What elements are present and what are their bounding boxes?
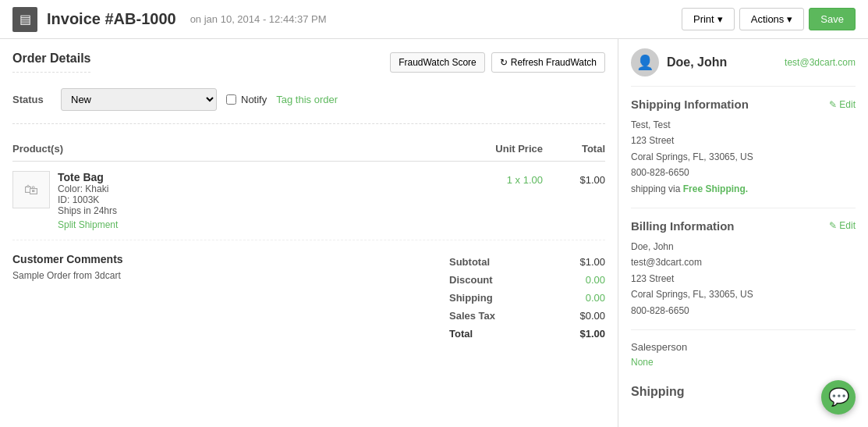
discount-value: 0.00	[558, 274, 605, 286]
refresh-fraud-button[interactable]: ↻ Refresh FraudWatch	[491, 52, 605, 73]
shipping-value: 0.00	[558, 292, 605, 304]
salesperson-title: Salesperson	[631, 341, 856, 353]
billing-line1: Doe, John	[631, 239, 856, 254]
shipping-method: Free Shipping.	[683, 183, 748, 194]
shipping-address: Test, Test 123 Street Coral Springs, FL,…	[631, 117, 856, 197]
product-row: 🛍 Tote Bag Color: Khaki ID: 1003K Ships …	[12, 162, 605, 240]
billing-line2: test@3dcart.com	[631, 254, 856, 270]
sales-tax-value: $0.00	[558, 310, 605, 322]
product-id: ID: 1003K	[58, 194, 465, 205]
shipping-line1: Test, Test	[631, 117, 856, 133]
left-panel: Order Details FraudWatch Score ↻ Refresh…	[0, 39, 618, 427]
customer-comments: Customer Comments Sample Order from 3dca…	[12, 253, 437, 343]
invoice-title: Invoice #AB-1000	[47, 10, 176, 28]
save-button[interactable]: Save	[809, 8, 856, 30]
order-details-title: Order Details	[12, 52, 90, 73]
billing-address: Doe, John test@3dcart.com 123 Street Cor…	[631, 239, 856, 318]
pencil-icon-2: ✎	[829, 220, 837, 231]
totals-section: Subtotal $1.00 Discount 0.00 Shipping 0.…	[449, 253, 605, 343]
bottom-section: Customer Comments Sample Order from 3dca…	[12, 253, 605, 343]
shipping-via: shipping via Free Shipping.	[631, 181, 856, 197]
product-col-header: Product(s)	[12, 143, 465, 155]
product-total: $1.00	[543, 171, 605, 186]
pencil-icon: ✎	[829, 99, 837, 110]
comments-title: Customer Comments	[12, 253, 437, 265]
billing-line3: 123 Street	[631, 271, 856, 286]
tag-order-link[interactable]: Tag this order	[276, 94, 338, 105]
fraud-bar: FraudWatch Score ↻ Refresh FraudWatch	[390, 52, 605, 73]
product-thumbnail: 🛍	[12, 171, 50, 208]
print-chevron-icon: ▾	[717, 13, 723, 25]
customer-email-link[interactable]: test@3dcart.com	[785, 57, 856, 68]
shipping-line3: Coral Springs, FL, 33065, US	[631, 149, 856, 165]
right-panel: 👤 Doe, John test@3dcart.com Shipping Inf…	[618, 39, 868, 427]
sales-tax-row: Sales Tax $0.00	[449, 307, 605, 325]
shipping-info-section: Shipping Information ✎ Edit Test, Test 1…	[631, 98, 856, 208]
split-shipment-link[interactable]: Split Shipment	[58, 219, 465, 230]
subtotal-value: $1.00	[558, 256, 605, 268]
discount-row: Discount 0.00	[449, 271, 605, 289]
billing-info-header: Billing Information ✎ Edit	[631, 219, 856, 233]
grand-total-label: Total	[449, 328, 473, 340]
subtotal-label: Subtotal	[449, 256, 490, 268]
product-name: Tote Bag	[58, 171, 465, 183]
notify-row: Notify	[226, 94, 267, 105]
bag-icon: 🛍	[24, 182, 38, 198]
shipping-info-header: Shipping Information ✎ Edit	[631, 98, 856, 111]
refresh-icon: ↻	[500, 57, 508, 68]
main-layout: Order Details FraudWatch Score ↻ Refresh…	[0, 39, 868, 427]
shipping-row: Shipping 0.00	[449, 289, 605, 307]
billing-info-section: Billing Information ✎ Edit Doe, John tes…	[631, 219, 856, 330]
shipping-edit-link[interactable]: ✎ Edit	[829, 99, 856, 110]
notify-label: Notify	[241, 94, 267, 105]
actions-chevron-icon: ▾	[787, 13, 792, 25]
salesperson-section: Salesperson None	[631, 341, 856, 368]
order-details-header: Order Details FraudWatch Score ↻ Refresh…	[12, 52, 605, 82]
comments-text: Sample Order from 3dcart	[12, 270, 437, 281]
product-ships: Ships in 24hrs	[58, 205, 465, 216]
shipping-line2: 123 Street	[631, 133, 856, 148]
discount-label: Discount	[449, 274, 493, 286]
actions-button[interactable]: Actions ▾	[739, 8, 805, 30]
billing-info-title: Billing Information	[631, 219, 735, 233]
header: ▤ Invoice #AB-1000 on jan 10, 2014 - 12:…	[0, 0, 868, 39]
avatar: 👤	[631, 48, 659, 77]
shipping-info-title: Shipping Information	[631, 98, 749, 111]
products-section: Product(s) Unit Price Total 🛍 Tote Bag C…	[12, 137, 605, 240]
header-left: ▤ Invoice #AB-1000 on jan 10, 2014 - 12:…	[12, 7, 327, 32]
status-select[interactable]: New	[61, 88, 217, 111]
billing-edit-link[interactable]: ✎ Edit	[829, 220, 856, 231]
salesperson-value[interactable]: None	[631, 357, 654, 368]
notify-checkbox[interactable]	[226, 94, 236, 105]
customer-name: Doe, John	[667, 55, 727, 69]
unit-price-col-header: Unit Price	[465, 143, 543, 155]
product-color: Color: Khaki	[58, 183, 465, 194]
status-label: Status	[12, 94, 51, 105]
header-actions: Print ▾ Actions ▾ Save	[682, 8, 856, 30]
subtotal-row: Subtotal $1.00	[449, 253, 605, 271]
products-header: Product(s) Unit Price Total	[12, 137, 605, 162]
billing-phone: 800-828-6650	[631, 303, 856, 318]
chat-icon: 💬	[828, 387, 849, 407]
invoice-date: on jan 10, 2014 - 12:44:37 PM	[190, 13, 327, 25]
chat-bubble[interactable]: 💬	[821, 380, 856, 415]
shipping-label: Shipping	[449, 292, 493, 304]
shipping-phone: 800-828-6650	[631, 165, 856, 180]
billing-line4: Coral Springs, FL, 33065, US	[631, 286, 856, 302]
doc-icon: ▤	[12, 7, 37, 32]
product-info: Tote Bag Color: Khaki ID: 1003K Ships in…	[58, 171, 465, 230]
total-col-header: Total	[543, 143, 605, 155]
print-button[interactable]: Print ▾	[682, 8, 735, 30]
grand-total-value: $1.00	[558, 328, 605, 340]
status-row: Status New Notify Tag this order	[12, 88, 605, 124]
sales-tax-label: Sales Tax	[449, 310, 495, 322]
product-qty-price: 1 x 1.00	[465, 171, 543, 186]
fraud-score-button[interactable]: FraudWatch Score	[390, 52, 485, 73]
user-icon: 👤	[636, 54, 654, 71]
customer-header: 👤 Doe, John test@3dcart.com	[631, 48, 856, 87]
grand-total-row: Total $1.00	[449, 325, 605, 343]
